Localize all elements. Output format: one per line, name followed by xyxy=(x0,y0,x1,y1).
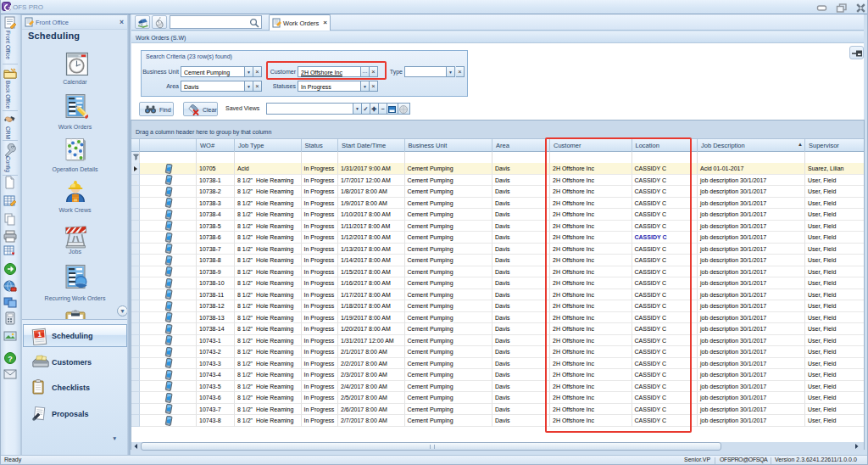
svg-text:?: ? xyxy=(8,355,13,363)
